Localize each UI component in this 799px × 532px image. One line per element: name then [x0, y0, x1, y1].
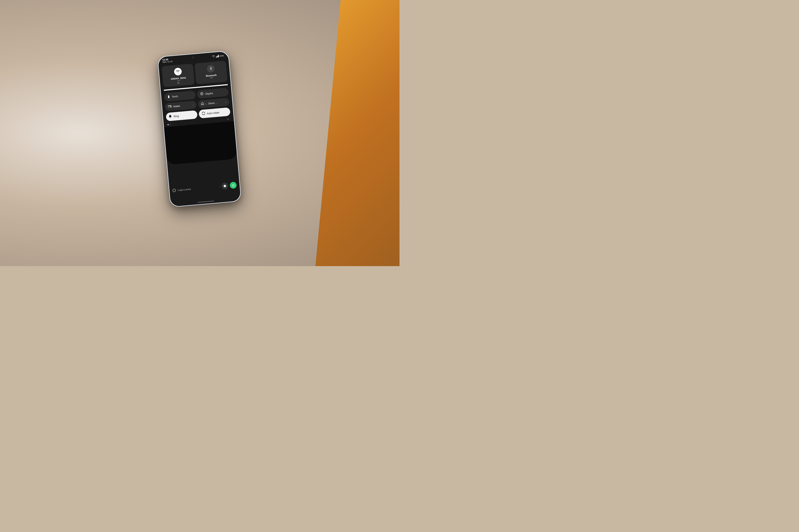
- phone: 13:39 Wed, 31 Jul: [157, 51, 241, 207]
- camera-notch: [192, 56, 194, 58]
- wallet-svg-icon: [168, 105, 171, 108]
- auto-rotate-label: Auto-rotate: [207, 111, 219, 115]
- glyphs-label: Glyphs: [205, 92, 213, 95]
- page-dot-2: [170, 124, 171, 125]
- wallet-label: Wallet: [173, 104, 180, 108]
- scene: 13:39 Wed, 31 Jul: [0, 0, 399, 266]
- bluetooth-tile-sublabel: Off: [210, 76, 213, 79]
- ring-tile[interactable]: Ring: [166, 110, 198, 121]
- torch-label: Torch: [172, 95, 178, 98]
- info-icon: i: [172, 188, 176, 192]
- auto-rotate-tile[interactable]: Auto-rotate: [199, 107, 231, 118]
- torch-svg-icon: [167, 95, 170, 98]
- svg-marker-1: [168, 95, 170, 97]
- wifi-tile-sublabel: On: [177, 79, 180, 82]
- phone-screen: 13:39 Wed, 31 Jul: [158, 51, 241, 207]
- active-apps-bar[interactable]: i 1 app is active ›: [172, 182, 237, 194]
- settings-icon: [223, 184, 226, 187]
- home-indicator: [197, 201, 214, 203]
- wifi-icon: [176, 70, 180, 74]
- torch-icon: [167, 95, 170, 99]
- bluetooth-tile[interactable]: Bluetooth Off: [195, 60, 228, 84]
- rotate-svg-icon: [202, 112, 205, 115]
- ring-label: Ring: [174, 114, 179, 118]
- svg-rect-0: [168, 96, 169, 98]
- wifi-tile-icon: [174, 68, 182, 76]
- device-controls-icon: [201, 102, 204, 106]
- device-s-label: s: [205, 102, 207, 105]
- glyphs-icon: [200, 92, 204, 96]
- bluetooth-tile-icon: [206, 64, 215, 73]
- wifi-dots: [178, 82, 180, 83]
- svg-point-3: [201, 93, 202, 94]
- wallet-chevron: ›: [193, 103, 194, 106]
- home-svg-icon: [201, 102, 204, 105]
- active-apps-chevron: ›: [219, 185, 220, 188]
- wallet-icon: [168, 105, 171, 109]
- top-tiles: ARENA_5GHz On: [162, 60, 228, 87]
- status-right: 45%: [212, 54, 224, 58]
- page-dots: [168, 124, 171, 125]
- status-left: 13:39 Wed, 31 Jul: [162, 58, 172, 63]
- wifi-status-icon: [212, 55, 215, 58]
- signal-icon: [216, 55, 219, 57]
- edit-icon[interactable]: ✏: [227, 118, 230, 121]
- power-button[interactable]: [230, 182, 237, 189]
- quick-settings-panel: ARENA_5GHz On: [159, 58, 241, 207]
- power-icon: [232, 184, 235, 187]
- device-controls-chevron: ›: [225, 100, 226, 103]
- dark-bottom-area: [164, 121, 237, 165]
- wallet-tile[interactable]: Wallet ›: [165, 100, 197, 111]
- active-apps-text: 1 app is active: [178, 186, 218, 191]
- ring-svg-icon: [169, 114, 172, 118]
- wifi-tile[interactable]: ARENA_5GHz On: [162, 63, 195, 87]
- device-controls-label: Devic…: [208, 101, 217, 105]
- torch-tile[interactable]: Torch: [164, 91, 196, 102]
- settings-button[interactable]: [221, 182, 229, 190]
- page-dot-1: [168, 124, 169, 125]
- auto-rotate-icon: [202, 112, 205, 116]
- battery-percentage: 45%: [220, 54, 224, 57]
- device-controls-tile[interactable]: s Devic… ›: [198, 98, 230, 108]
- bluetooth-icon: [209, 66, 213, 71]
- bottom-icons: [221, 182, 237, 189]
- glyphs-svg-icon: [200, 92, 203, 95]
- glyphs-tile[interactable]: Glyphs: [197, 88, 229, 99]
- ring-icon: [169, 114, 172, 119]
